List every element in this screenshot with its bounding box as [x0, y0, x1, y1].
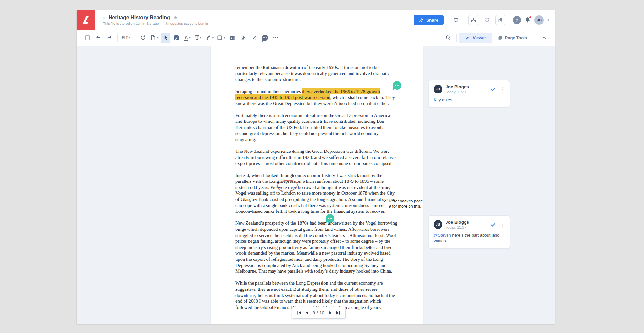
save-status: All updates saved to Lumin [165, 22, 208, 25]
print-button[interactable] [468, 15, 478, 25]
search-button[interactable] [443, 33, 453, 43]
search-icon [445, 35, 451, 41]
toolbar-separator [456, 34, 457, 42]
caret-down-icon: ▾ [189, 36, 191, 39]
message-button[interactable] [451, 15, 461, 25]
pen-icon [206, 35, 211, 41]
underline-tool[interactable]: A ▾ [183, 33, 192, 43]
comment-card[interactable]: JB Joe Bloggs Today, 11:37 ⋮ @Steven her… [429, 215, 510, 249]
document-page[interactable]: remember the Ruthanasia downturn of the … [211, 46, 423, 324]
text-tool[interactable]: T ▾ [194, 33, 203, 43]
comment-menu-icon[interactable]: ⋮ [500, 87, 505, 92]
inbox-button[interactable] [482, 15, 492, 25]
print-tray-icon [471, 17, 476, 23]
select-tool[interactable] [161, 33, 170, 43]
next-page-button[interactable] [329, 311, 332, 315]
caret-down-icon: ▾ [157, 36, 159, 39]
square-shape-icon [217, 35, 223, 41]
header-separator [447, 15, 447, 24]
last-page-button[interactable] [336, 311, 340, 315]
notifications-button[interactable] [524, 17, 531, 23]
undo-icon [95, 35, 101, 41]
resolve-check-icon[interactable] [490, 222, 496, 227]
cursor-icon [163, 35, 168, 41]
lumin-logo[interactable] [77, 10, 95, 30]
image-icon [229, 35, 235, 41]
redo-icon [106, 35, 112, 41]
storage-status: This file is stored on Lumin Storage [103, 22, 159, 25]
page-tools-icon [498, 35, 503, 40]
paragraph: Instead, when I looked through our econo… [235, 172, 398, 214]
mention-link[interactable]: @Steven [434, 233, 451, 238]
eraser-tool[interactable] [238, 33, 248, 43]
resolve-check-icon[interactable] [490, 87, 496, 91]
caret-down-icon: ▾ [200, 36, 202, 39]
comment-marker[interactable] [326, 214, 334, 223]
paragraph: While the parallels between the Long Dep… [235, 280, 398, 310]
comment-avatar: JB [434, 85, 442, 93]
undo-button[interactable] [93, 33, 103, 43]
shape-tool[interactable]: ▾ [216, 33, 226, 43]
mode-switch: Viewer Page Tools [459, 33, 533, 43]
highlight-tool[interactable] [172, 33, 181, 43]
redo-button[interactable] [104, 33, 114, 43]
rotate-button[interactable] [138, 33, 148, 43]
page-indicator: 8 / 10 [312, 310, 325, 315]
comment-marker[interactable] [393, 81, 401, 90]
image-tool[interactable] [227, 33, 237, 43]
comment-avatar: JB [434, 220, 442, 229]
comment-menu-icon[interactable]: ⋮ [500, 222, 505, 227]
draw-tool[interactable]: ▾ [205, 33, 215, 43]
header-actions: Share [414, 10, 555, 30]
document-title: Heritage History Reading [109, 15, 170, 21]
note-annotation[interactable]: Refer back to page 9 for more on this. [389, 199, 424, 209]
lumin-logo-icon [81, 15, 91, 25]
previous-page-button[interactable] [305, 311, 309, 315]
paragraph: remember the Ruthanasia downturn of the … [235, 64, 398, 83]
toolbar-separator [536, 34, 536, 42]
last-page-icon [336, 311, 340, 315]
header-separator [465, 15, 465, 24]
share-button[interactable]: Share [414, 15, 444, 25]
favorite-star-icon[interactable]: ★ [173, 15, 178, 21]
comment-body: Key dates [434, 97, 505, 103]
comment-bubble-icon [262, 35, 268, 41]
comment-tool[interactable] [260, 33, 270, 43]
comment-body: @Steven here’s the part about land value… [434, 232, 505, 244]
pages-button[interactable] [495, 15, 505, 25]
highlight-eraser-tool[interactable] [249, 33, 259, 43]
caret-down-icon: ▾ [129, 36, 131, 39]
paragraph: The New Zealand experience during the Gr… [235, 148, 398, 166]
tab-page-tools[interactable]: Page Tools [492, 33, 533, 43]
page-icon [150, 35, 156, 41]
tab-viewer[interactable]: Viewer [459, 33, 492, 43]
more-tools-button[interactable]: ••• [271, 33, 281, 43]
first-page-button[interactable] [297, 311, 302, 315]
thumbnails-panel-button[interactable] [82, 33, 92, 43]
previous-page-icon [305, 311, 309, 315]
header-separator [509, 15, 509, 24]
toolbar-separator [117, 34, 118, 42]
help-button[interactable]: ? [513, 16, 521, 24]
screen: ‹ Heritage History Reading ★ This file i… [0, 0, 644, 333]
chevron-up-icon [542, 35, 547, 40]
account-caret-icon[interactable]: ▾ [547, 18, 549, 22]
eraser-icon [240, 35, 246, 41]
user-avatar[interactable]: JB [534, 15, 544, 25]
link-icon [419, 18, 424, 22]
marker-icon [251, 35, 257, 41]
caret-down-icon: ▾ [224, 36, 225, 39]
comment-card[interactable]: JB Joe Bloggs Today, 11:37 ⋮ Key dates [429, 80, 510, 107]
page-dropdown[interactable]: ▾ [149, 33, 159, 43]
toolbar-right: Viewer Page Tools [443, 33, 550, 43]
app-window: ‹ Heritage History Reading ★ This file i… [77, 10, 555, 324]
comment-timestamp: Today, 11:37 [446, 90, 469, 94]
caret-down-icon: ▾ [212, 36, 214, 39]
comment-timestamp: Today, 11:37 [446, 225, 469, 229]
zoom-fit-dropdown[interactable]: FIT ▾ [121, 33, 131, 43]
back-button[interactable]: ‹ [103, 14, 105, 21]
collapse-toolbar-button[interactable] [539, 33, 549, 43]
first-page-icon [297, 311, 302, 315]
status-divider [162, 22, 162, 25]
toolbar-separator [135, 34, 135, 42]
